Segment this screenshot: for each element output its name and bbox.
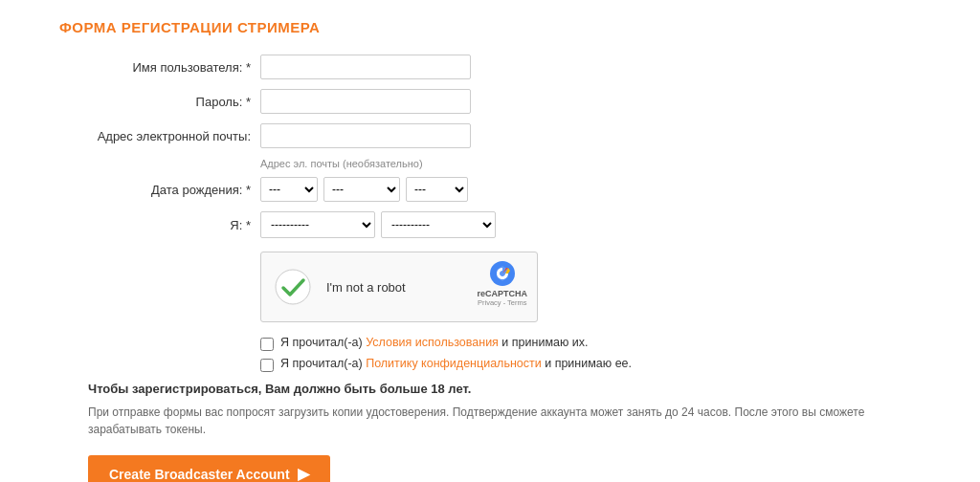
privacy-link[interactable]: Политику конфиденциальности [366,357,542,370]
privacy-checkbox[interactable] [260,359,274,372]
dob-label: Дата рождения: * [59,183,260,197]
captcha-links: Privacy - Terms [478,298,527,307]
captcha-area: I'm not a robot reCAPTCHA Privacy - Term… [260,252,921,322]
gender-select-1[interactable]: ---------- [260,211,375,238]
terms-checkbox[interactable] [260,338,274,351]
svg-point-0 [276,270,310,304]
gender-row: Я: * ---------- ---------- [59,211,921,238]
gender-select-2[interactable]: ---------- [381,211,496,238]
gender-label: Я: * [59,218,260,232]
dob-day-select[interactable]: --- [260,177,318,202]
email-row: Адрес электронной почты: [59,123,921,148]
submit-label: Create Broadcaster Account [109,467,290,482]
captcha-checkmark [275,269,311,305]
email-input[interactable] [260,123,471,148]
checkbox-row-1: Я прочитал(-а) Условия использования и п… [260,336,921,351]
checkbox-row-2: Я прочитал(-а) Политику конфиденциальнос… [260,357,921,372]
info-text: При отправке формы вас попросят загрузит… [88,404,921,438]
email-hint: Адрес эл. почты (необязательно) [260,158,921,169]
username-row: Имя пользователя: * [59,55,921,79]
terms-link[interactable]: Условия использования [366,336,499,349]
email-label: Адрес электронной почты: [59,129,260,143]
captcha-brand: reCAPTCHA [477,289,527,298]
password-input[interactable] [260,89,471,114]
username-label: Имя пользователя: * [59,60,260,75]
checkbox-area: Я прочитал(-а) Условия использования и п… [260,336,921,372]
captcha-logo: reCAPTCHA Privacy - Terms [477,260,527,307]
terms-text-1: Я прочитал(-а) Условия использования и п… [280,336,589,349]
page-title: ФОРМА РЕГИСТРАЦИИ СТРИМЕРА [59,19,921,35]
dob-selects: --- --- --- [260,177,468,202]
submit-arrow-icon: ▶ [298,465,309,482]
dob-year-select[interactable]: --- [406,177,468,202]
privacy-text: Я прочитал(-а) Политику конфиденциальнос… [280,357,632,370]
page-container: ФОРМА РЕГИСТРАЦИИ СТРИМЕРА Имя пользоват… [31,0,949,482]
password-label: Пароль: * [59,95,260,109]
submit-button[interactable]: Create Broadcaster Account ▶ [88,455,330,482]
age-notice: Чтобы зарегистрироваться, Вам должно быт… [88,382,921,396]
password-row: Пароль: * [59,89,921,114]
username-input[interactable] [260,55,471,79]
gender-selects: ---------- ---------- [260,211,496,238]
dob-month-select[interactable]: --- [323,177,400,202]
captcha-box[interactable]: I'm not a robot reCAPTCHA Privacy - Term… [260,252,538,322]
dob-row: Дата рождения: * --- --- --- [59,177,921,202]
